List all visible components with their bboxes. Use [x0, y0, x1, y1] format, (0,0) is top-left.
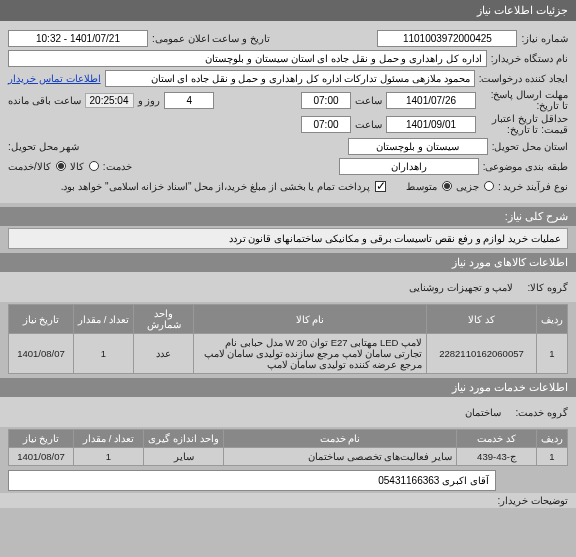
creator-label: ایجاد کننده درخواست: — [479, 73, 568, 84]
countdown-timer: 20:25:04 — [85, 93, 134, 108]
services-table-row: 1 ج-43-439 سایر فعالیت‌های تخصصی ساختمان… — [9, 448, 568, 466]
goods-col-name: نام کالا — [194, 305, 427, 334]
province-label: استان محل تحویل: — [492, 141, 568, 152]
goods-col-date: تاریخ نیاز — [9, 305, 74, 334]
price-valid-date-value: 1401/09/01 — [386, 116, 476, 133]
public-announce-value: 1401/07/21 - 10:32 — [8, 30, 148, 47]
general-desc-header: شرح کلی نیاز: — [0, 207, 576, 226]
payment-checkbox-group[interactable]: پرداخت تمام یا بخشی از مبلغ خرید،از محل … — [61, 181, 386, 192]
radio-small-input[interactable] — [484, 181, 494, 191]
services-group-value: ساختمان — [465, 407, 501, 418]
radio-goods-service[interactable]: کالا/خدمت — [8, 161, 66, 172]
radio-medium[interactable]: متوسط — [406, 181, 452, 192]
deadline-time-value: 07:00 — [301, 92, 351, 109]
goods-col-qty: تعداد / مقدار — [74, 305, 134, 334]
price-valid-label: حداقل تاریخ اعتبار قیمت: تا تاریخ: — [480, 113, 568, 135]
services-col-date: تاریخ نیاز — [9, 430, 74, 448]
services-col-code: کد خدمت — [457, 430, 537, 448]
remaining-label: ساعت باقی مانده — [8, 95, 81, 106]
radio-goods[interactable]: کالا — [70, 161, 99, 172]
seller-contact: آقای اکبری 05431166363 — [8, 470, 496, 491]
services-table: ردیف کد خدمت نام خدمت واحد اندازه گیری ت… — [8, 429, 568, 466]
page-header: جزئیات اطلاعات نیاز — [0, 0, 576, 21]
goods-col-code: کد کالا — [427, 305, 537, 334]
goods-group-label: گروه کالا: — [527, 282, 568, 293]
goods-section-header: اطلاعات کالاهای مورد نیاز — [0, 253, 576, 272]
need-number-value: 1101003972000425 — [377, 30, 517, 47]
payment-note: پرداخت تمام یا بخشی از مبلغ خرید،از محل … — [61, 181, 370, 192]
goods-col-row: ردیف — [537, 305, 568, 334]
subject-value: راهداران — [339, 158, 479, 175]
hour-label-2: ساعت — [355, 119, 382, 130]
radio-goods-input[interactable] — [89, 161, 99, 171]
creator-value: محمود ملازهی مسئول تدارکات اداره کل راهد… — [105, 70, 475, 87]
buyer-contact-link[interactable]: اطلاعات تماس خریدار — [8, 73, 101, 84]
service-label: خدمت: — [103, 161, 132, 172]
services-section-header: اطلاعات خدمات مورد نیاز — [0, 378, 576, 397]
need-number-label: شماره نیاز: — [521, 33, 568, 44]
radio-small[interactable]: جزیی — [456, 181, 494, 192]
buyer-org-label: نام دستگاه خریدار: — [491, 53, 568, 64]
general-desc-text: عملیات خرید لوازم و رفع نقص تاسیسات برقی… — [8, 228, 568, 249]
goods-table: ردیف کد کالا نام کالا واحد شمارش تعداد /… — [8, 304, 568, 374]
page-title: جزئیات اطلاعات نیاز — [477, 4, 568, 16]
day-label: روز و — [138, 95, 161, 106]
subject-label: طبقه بندی موضوعی: — [483, 161, 568, 172]
goods-col-unit: واحد شمارش — [134, 305, 194, 334]
services-group-label: گروه خدمت: — [515, 407, 568, 418]
services-col-unit: واحد اندازه گیری — [144, 430, 224, 448]
goods-table-row: 1 2282110162060057 لامپ LED مهتابی E27 ت… — [9, 334, 568, 374]
info-panel: شماره نیاز: 1101003972000425 تاریخ و ساع… — [0, 21, 576, 203]
public-announce-label: تاریخ و ساعت اعلان عمومی: — [152, 33, 270, 44]
deadline-label: مهلت ارسال پاسخ: تا تاریخ: — [480, 89, 568, 111]
goods-group-value: لامپ و تجهیزات روشنایی — [409, 282, 513, 293]
services-col-row: ردیف — [537, 430, 568, 448]
payment-checkbox[interactable] — [375, 181, 386, 192]
seller-label: توضیحات خریدار: — [497, 495, 568, 506]
province-value: سیستان و بلوچستان — [348, 138, 488, 155]
days-remaining-value: 4 — [164, 92, 214, 109]
services-col-name: نام خدمت — [224, 430, 457, 448]
radio-goods-service-input[interactable] — [56, 161, 66, 171]
buyer-org-value: اداره کل راهداری و حمل و نقل جاده ای است… — [8, 50, 487, 67]
price-valid-time-value: 07:00 — [301, 116, 351, 133]
hour-label-1: ساعت — [355, 95, 382, 106]
services-col-qty: تعداد / مقدار — [74, 430, 144, 448]
city-label: شهر محل تحویل: — [8, 141, 79, 152]
radio-medium-input[interactable] — [442, 181, 452, 191]
deadline-date-value: 1401/07/26 — [386, 92, 476, 109]
process-label: نوع فرآیند خرید : — [498, 181, 568, 192]
